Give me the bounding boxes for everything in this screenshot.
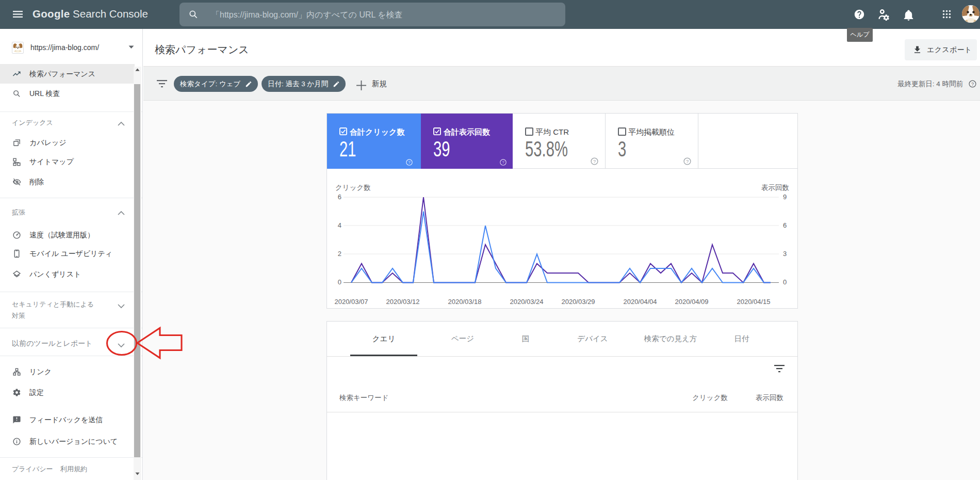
svg-text:?: ? <box>971 82 974 87</box>
svg-text:2020/03/07: 2020/03/07 <box>334 298 368 306</box>
svg-text:クリック数: クリック数 <box>335 184 371 191</box>
svg-text:2020/03/29: 2020/03/29 <box>561 298 595 306</box>
svg-text:6: 6 <box>783 221 787 229</box>
svg-text:?: ? <box>408 160 411 165</box>
svg-text:?: ? <box>593 159 596 164</box>
svg-text:6: 6 <box>338 193 341 201</box>
svg-text:2020/03/12: 2020/03/12 <box>386 298 419 306</box>
svg-text:?: ? <box>502 160 504 165</box>
svg-text:2020/03/24: 2020/03/24 <box>510 298 543 306</box>
svg-text:?: ? <box>686 159 689 164</box>
svg-text:9: 9 <box>783 193 787 201</box>
svg-text:0: 0 <box>783 278 787 286</box>
svg-text:0: 0 <box>338 278 341 286</box>
svg-text:2020/04/04: 2020/04/04 <box>623 298 657 306</box>
svg-text:2020/04/15: 2020/04/15 <box>737 298 770 306</box>
svg-text:2020/04/09: 2020/04/09 <box>675 298 708 306</box>
svg-text:表示回数: 表示回数 <box>761 184 789 191</box>
svg-text:2020/03/18: 2020/03/18 <box>448 298 481 306</box>
svg-text:2: 2 <box>338 250 341 258</box>
svg-text:3: 3 <box>783 250 787 258</box>
svg-text:4: 4 <box>338 221 341 229</box>
